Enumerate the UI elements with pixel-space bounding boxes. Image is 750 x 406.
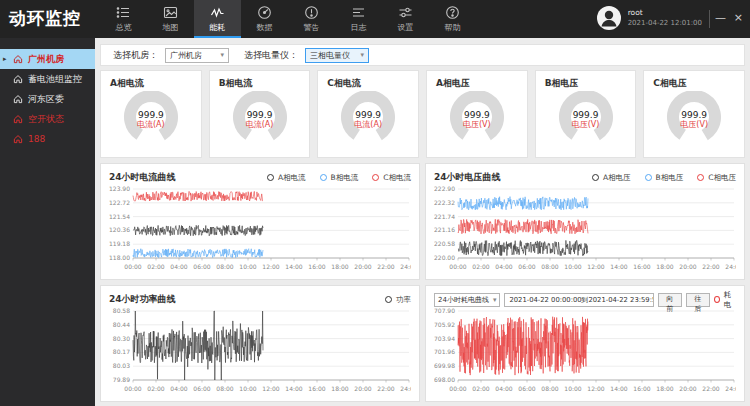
svg-text:80.44: 80.44 bbox=[113, 321, 130, 328]
gauge-value: 999.9 bbox=[427, 110, 527, 120]
gauge-readout: 999.9电流(A) bbox=[210, 110, 310, 130]
legend-item[interactable]: C相电压 bbox=[697, 173, 736, 183]
svg-text:00:00: 00:00 bbox=[449, 263, 466, 270]
svg-text:221.16: 221.16 bbox=[434, 226, 455, 233]
sidebar-item-battery-group-monitor[interactable]: 蓄电池组监控 bbox=[0, 69, 95, 89]
gauge-value: 999.9 bbox=[318, 110, 418, 120]
svg-text:08:00: 08:00 bbox=[216, 385, 233, 392]
minimize-button[interactable]: — bbox=[715, 11, 726, 25]
gauge-title: A相电流 bbox=[110, 77, 144, 90]
svg-text:5698.00: 5698.00 bbox=[434, 376, 455, 383]
svg-text:10:00: 10:00 bbox=[239, 263, 256, 270]
sidebar-item-breaker-status[interactable]: 空开状态 bbox=[0, 109, 95, 129]
legend-ring-icon bbox=[267, 174, 274, 181]
svg-text:221.74: 221.74 bbox=[434, 213, 455, 220]
top-nav: 总览地图能耗数据警告日志设置帮助 bbox=[100, 0, 476, 38]
sidebar-item-room-188[interactable]: 188 bbox=[0, 129, 95, 149]
gauge-readout: 999.9电流(A) bbox=[101, 110, 201, 130]
legend-item[interactable]: 耗电 bbox=[714, 290, 736, 310]
chevron-down-icon: ▾ bbox=[360, 51, 364, 59]
legend-ring-icon bbox=[385, 296, 392, 303]
legend-ring-icon bbox=[372, 174, 379, 181]
help-icon bbox=[445, 5, 460, 20]
svg-text:20:00: 20:00 bbox=[354, 385, 371, 392]
tab-alerts[interactable]: 警告 bbox=[288, 0, 335, 38]
svg-text:06:00: 06:00 bbox=[193, 263, 210, 270]
gauge-value: 999.9 bbox=[644, 110, 744, 120]
legend-item[interactable]: B相电压 bbox=[645, 173, 684, 183]
sidebar-item-label: 空开状态 bbox=[28, 113, 64, 126]
tab-logs[interactable]: 日志 bbox=[335, 0, 382, 38]
svg-text:5701.96: 5701.96 bbox=[434, 348, 455, 355]
next-button[interactable]: 往后 bbox=[686, 293, 710, 307]
svg-text:04:00: 04:00 bbox=[170, 385, 187, 392]
tab-overview[interactable]: 总览 bbox=[100, 0, 147, 38]
nav-label: 警告 bbox=[304, 22, 320, 33]
svg-text:18:00: 18:00 bbox=[331, 263, 348, 270]
chart-header: 24小时电流曲线A相电流B相电流C相电流 bbox=[109, 170, 411, 185]
legend-label: 耗电 bbox=[724, 290, 736, 310]
gauge-unit-label: 电压(V) bbox=[644, 120, 744, 130]
svg-text:22:00: 22:00 bbox=[702, 263, 719, 270]
gauge-value: 999.9 bbox=[536, 110, 636, 120]
tab-data[interactable]: 数据 bbox=[241, 0, 288, 38]
chart-legend: 耗电 bbox=[714, 290, 736, 310]
room-select[interactable]: 广州机房 ▾ bbox=[165, 48, 229, 63]
tab-energy[interactable]: 能耗 bbox=[194, 0, 241, 38]
gauge-card-4: B相电压999.9电压(V) bbox=[535, 70, 637, 158]
user-block[interactable]: root 2021-04-22 12:01:00 bbox=[596, 5, 702, 31]
legend-item[interactable]: A相电压 bbox=[592, 173, 631, 183]
legend-label: C相电压 bbox=[708, 173, 736, 183]
gauge-unit-label: 电流(A) bbox=[101, 120, 201, 130]
svg-text:24:00: 24:00 bbox=[400, 263, 411, 270]
gauge-title: B相电压 bbox=[545, 77, 579, 90]
chart-panel-power-curve: 24小时功率曲线功率80.5880.4480.3080.1780.0379.89… bbox=[100, 285, 420, 402]
svg-text:122.72: 122.72 bbox=[109, 199, 130, 206]
svg-text:14:00: 14:00 bbox=[285, 385, 302, 392]
svg-text:79.89: 79.89 bbox=[113, 376, 130, 383]
home-icon bbox=[13, 134, 23, 144]
svg-text:80.58: 80.58 bbox=[113, 308, 130, 314]
home-icon bbox=[13, 74, 23, 84]
legend-item[interactable]: C相电流 bbox=[372, 173, 411, 183]
svg-text:24:00: 24:00 bbox=[725, 263, 736, 270]
svg-text:80.17: 80.17 bbox=[113, 348, 130, 355]
svg-text:16:00: 16:00 bbox=[633, 263, 650, 270]
gauge-readout: 999.9电压(V) bbox=[427, 110, 527, 130]
legend-item[interactable]: A相电流 bbox=[267, 173, 306, 183]
sidebar-item-guangzhou-room[interactable]: ▸广州机房 bbox=[0, 49, 95, 69]
curve-type-select[interactable]: 24小时耗电曲线▾ bbox=[434, 293, 500, 307]
close-button[interactable]: × bbox=[734, 11, 743, 25]
chevron-down-icon: ▾ bbox=[220, 51, 224, 59]
svg-text:06:00: 06:00 bbox=[193, 385, 210, 392]
tab-settings[interactable]: 设置 bbox=[382, 0, 429, 38]
meter-select[interactable]: 三相电量仪 ▾ bbox=[305, 48, 369, 63]
svg-text:00:00: 00:00 bbox=[124, 385, 141, 392]
tab-map[interactable]: 地图 bbox=[147, 0, 194, 38]
gauge-readout: 999.9电流(A) bbox=[318, 110, 418, 130]
svg-text:14:00: 14:00 bbox=[610, 385, 627, 392]
svg-text:08:00: 08:00 bbox=[541, 263, 558, 270]
user-meta: root 2021-04-22 12:01:00 bbox=[628, 8, 702, 28]
svg-text:119.18: 119.18 bbox=[109, 240, 130, 247]
svg-text:222.32: 222.32 bbox=[434, 199, 455, 206]
chart-legend: A相电压B相电压C相电压 bbox=[592, 173, 736, 183]
legend-ring-icon bbox=[697, 174, 704, 181]
energy-curve-icon bbox=[210, 5, 225, 20]
svg-text:118.00: 118.00 bbox=[109, 254, 130, 261]
tab-help[interactable]: 帮助 bbox=[429, 0, 476, 38]
datetime: 2021-04-22 12:01:00 bbox=[628, 18, 702, 28]
legend-item[interactable]: B相电流 bbox=[320, 173, 359, 183]
svg-text:80.03: 80.03 bbox=[113, 362, 130, 369]
svg-text:120.36: 120.36 bbox=[109, 226, 130, 233]
svg-text:02:00: 02:00 bbox=[472, 385, 489, 392]
room-select-label: 选择机房： bbox=[113, 49, 158, 62]
svg-text:16:00: 16:00 bbox=[308, 385, 325, 392]
sidebar-item-label: 蓄电池组监控 bbox=[28, 73, 82, 86]
sidebar-item-hedong-committee[interactable]: 河东区委 bbox=[0, 89, 95, 109]
svg-text:20:00: 20:00 bbox=[679, 385, 696, 392]
legend-item[interactable]: 功率 bbox=[385, 295, 411, 305]
prev-button[interactable]: 向前 bbox=[658, 293, 682, 307]
date-range-input[interactable]: 2021-04-22 00:00:00到2021-04-22 23:59:59 bbox=[504, 293, 653, 307]
svg-text:24:00: 24:00 bbox=[400, 385, 411, 392]
